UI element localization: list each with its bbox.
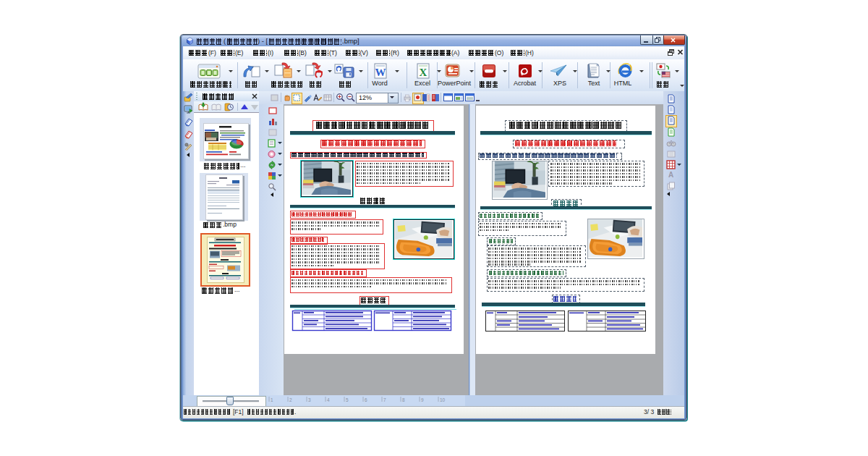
svg-text:W: W bbox=[375, 67, 386, 78]
svg-text:4: 4 bbox=[327, 397, 330, 402]
svg-text:2: 2 bbox=[289, 397, 292, 402]
svg-text:9: 9 bbox=[421, 397, 424, 402]
svg-text:10: 10 bbox=[440, 397, 446, 402]
svg-text:5: 5 bbox=[346, 397, 349, 402]
svg-text:8: 8 bbox=[402, 397, 405, 402]
svg-text:7: 7 bbox=[383, 397, 386, 402]
svg-text:X: X bbox=[420, 67, 427, 78]
svg-text:3: 3 bbox=[308, 397, 311, 402]
svg-text:1: 1 bbox=[271, 397, 273, 402]
svg-text:6: 6 bbox=[365, 397, 367, 402]
